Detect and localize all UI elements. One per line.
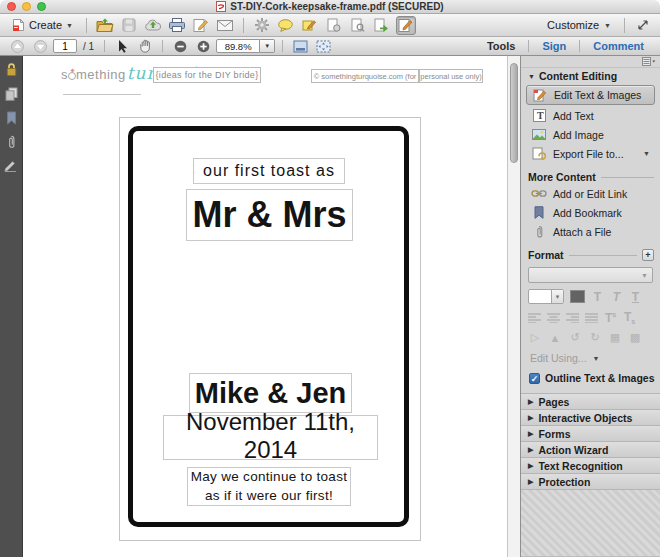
logo-underline — [63, 94, 141, 95]
share-cloud-button[interactable] — [143, 16, 163, 35]
previous-page-button[interactable] — [7, 37, 27, 56]
add-image-item[interactable]: Add Image — [521, 125, 660, 144]
attach-a-file-item[interactable]: Attach a File — [521, 222, 660, 241]
wedding-date-textbox[interactable]: November 11th, 2014 — [163, 415, 378, 460]
email-button[interactable] — [215, 16, 235, 35]
couple-names-textbox[interactable]: Mike & Jen — [189, 373, 352, 413]
zoom-in-button[interactable] — [193, 37, 213, 56]
zoom-level-combo[interactable]: 89.8% ▼ — [216, 39, 275, 53]
add-or-edit-link-item[interactable]: Add or Edit Link — [521, 184, 660, 203]
fit-width-button[interactable] — [290, 37, 310, 56]
bold-button[interactable]: T — [591, 290, 604, 304]
underline-button[interactable]: T — [629, 290, 642, 304]
preferences-button[interactable] — [252, 16, 272, 35]
chevron-right-icon: ▶ — [528, 430, 533, 438]
customize-button[interactable]: Customize ▼ — [542, 16, 616, 35]
logo-text-middle: mething — [76, 67, 126, 82]
page-thumbnails-button[interactable] — [1, 86, 21, 101]
add-bookmark-item[interactable]: Add Bookmark — [521, 203, 660, 222]
security-panel-button[interactable] — [1, 62, 21, 77]
compose-button[interactable] — [191, 16, 211, 35]
arrange-object-button[interactable]: ▩ — [628, 331, 642, 344]
navigation-toolbar: / 1 89.8% ▼ Tools Sign — [0, 37, 660, 56]
edit-text-images-quicktool[interactable] — [396, 16, 416, 35]
open-file-button[interactable] — [95, 16, 115, 35]
align-right-button[interactable] — [566, 313, 579, 323]
tab-comment[interactable]: Comment — [584, 40, 653, 52]
panel-action-wizard[interactable]: ▶ Action Wizard — [521, 442, 660, 458]
fit-page-button[interactable] — [313, 37, 333, 56]
page-tool-button[interactable] — [324, 16, 344, 35]
expand-format-button[interactable]: + — [642, 249, 654, 261]
add-text-item[interactable]: T Add Text — [521, 106, 660, 125]
export-file-to-item[interactable]: Export File to... ▼ — [521, 144, 660, 163]
close-window-button[interactable] — [7, 2, 16, 11]
signatures-panel-button[interactable] — [1, 158, 21, 173]
crop-object-button[interactable]: ▦ — [608, 331, 622, 344]
scrollbar-thumb[interactable] — [510, 63, 518, 163]
align-center-button[interactable] — [547, 313, 560, 323]
panel-options-button[interactable] — [642, 57, 656, 66]
hand-tool-button[interactable] — [135, 37, 155, 56]
font-family-dropdown[interactable]: ▼ — [528, 267, 653, 283]
zoom-out-button[interactable] — [170, 37, 190, 56]
bookmarks-panel-button[interactable] — [1, 110, 21, 125]
tagline-textbox[interactable]: {ideas for the DIY bride} — [153, 67, 261, 83]
content-editing-header[interactable]: ▼ Content Editing — [521, 68, 660, 84]
svg-text:T: T — [537, 110, 544, 121]
page-number-input[interactable] — [53, 39, 77, 53]
panel-text-recognition[interactable]: ▶ Text Recognition — [521, 458, 660, 474]
zoom-level-value[interactable]: 89.8% — [216, 39, 260, 53]
outline-checkbox[interactable]: ✓ — [529, 373, 540, 384]
open-folder-icon — [96, 18, 114, 33]
edit-text-and-images-item[interactable]: Edit Text & Images — [526, 85, 655, 105]
print-button[interactable] — [167, 16, 187, 35]
mr-and-mrs-textbox[interactable]: Mr & Mrs — [186, 189, 353, 241]
toast-line-textbox[interactable]: our first toast as — [193, 158, 345, 184]
shear-object-button[interactable]: ▷ — [528, 331, 542, 344]
rotate-right-button[interactable]: ↻ — [588, 331, 602, 344]
minus-circle-icon — [174, 40, 187, 53]
document-viewport[interactable]: smethingturquoise {ideas for the DIY bri… — [23, 56, 520, 557]
save-button[interactable] — [119, 16, 139, 35]
tab-separator — [579, 40, 580, 52]
panel-protection[interactable]: ▶ Protection — [521, 474, 660, 490]
highlight-note-button[interactable] — [300, 16, 320, 35]
panel-interactive-objects[interactable]: ▶ Interactive Objects — [521, 410, 660, 426]
message-textbox[interactable]: May we continue to toast as if it were o… — [187, 467, 351, 506]
copyright-right-textbox[interactable]: personal use only) — [419, 69, 483, 83]
panel-forms[interactable]: ▶ Forms — [521, 426, 660, 442]
align-justify-button[interactable] — [585, 313, 598, 323]
attachments-panel-button[interactable] — [1, 134, 21, 149]
next-page-button[interactable] — [30, 37, 50, 56]
page-search-button[interactable] — [348, 16, 368, 35]
italic-button[interactable]: T — [610, 290, 623, 304]
superscript-button[interactable]: Ts — [604, 311, 617, 325]
tab-sign[interactable]: Sign — [533, 40, 575, 52]
vertical-scrollbar[interactable] — [507, 56, 520, 557]
font-color-swatch[interactable] — [570, 290, 585, 303]
sticky-note-button[interactable] — [276, 16, 296, 35]
main-toolbar: Create ▼ — [0, 14, 660, 37]
zoom-window-button[interactable] — [37, 2, 46, 11]
rotate-left-button[interactable]: ↺ — [568, 331, 582, 344]
select-tool-button[interactable] — [112, 37, 132, 56]
copyright-left-textbox[interactable]: © somethingturquoise.com (for — [311, 69, 419, 83]
zoom-dropdown-button[interactable]: ▼ — [260, 39, 275, 53]
keepsake-frame-design[interactable]: our first toast as Mr & Mrs Mike & Jen N… — [119, 117, 421, 541]
panel-pages[interactable]: ▶ Pages — [521, 394, 660, 410]
align-left-button[interactable] — [528, 313, 541, 323]
tab-tools[interactable]: Tools — [478, 40, 525, 52]
edit-using-dropdown[interactable]: Edit Using... ▼ — [521, 352, 660, 364]
minimize-window-button[interactable] — [22, 2, 31, 11]
chevron-right-icon: ▶ — [528, 446, 533, 454]
flip-object-button[interactable]: ▲ — [548, 332, 562, 344]
subscript-button[interactable]: Ts — [623, 310, 636, 325]
pdf-file-icon — [216, 1, 226, 12]
font-size-dropdown[interactable]: ▼ — [528, 289, 564, 304]
create-button[interactable]: Create ▼ — [7, 16, 78, 35]
chevron-down-icon: ▼ — [593, 355, 600, 362]
plus-circle-icon — [197, 40, 210, 53]
detach-toolbar-button[interactable] — [633, 16, 653, 35]
export-page-button[interactable] — [372, 16, 392, 35]
